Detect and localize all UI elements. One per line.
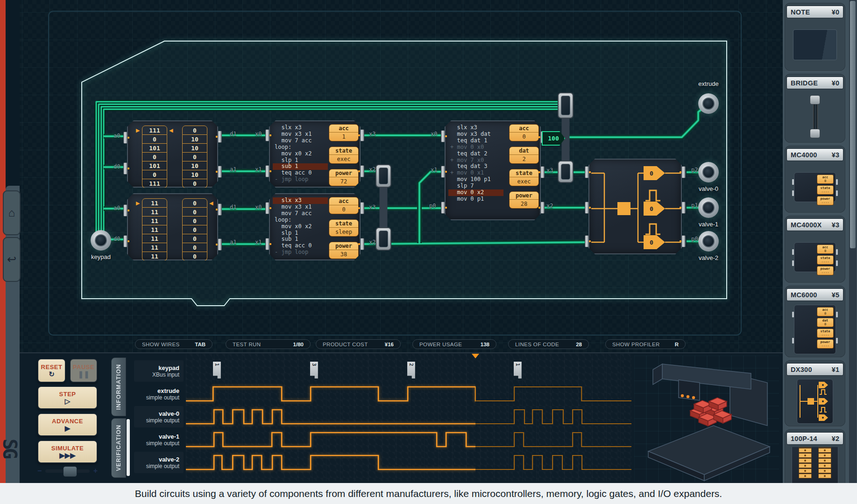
step-button[interactable]: STEP▷ [37,386,98,409]
iop-dot [824,460,826,462]
mini-pin [792,190,794,196]
ram-component[interactable]: 111111111111110000000▶◀ [127,193,218,260]
signal-label-keypad: keypadXBus input [134,360,184,382]
chip-label: SHOW WIRES [142,342,180,347]
toolbar-chip-show-profiler[interactable]: SHOW PROFILERR [605,339,686,349]
tab-verification[interactable]: VERIFICATION [111,418,126,478]
toolbar-chip-lines-of-code[interactable]: LINES OF CODE28 [508,339,589,349]
palette-item-100p-14[interactable]: 100P-14¥2 [785,429,845,483]
toolbar-chip-test-run[interactable]: TEST RUN1/80 [226,339,311,349]
flag-value: 1 [214,363,220,366]
pause-button[interactable]: PAUSE❚❚ [70,358,98,383]
input-terminal-keypad [91,230,111,251]
dx300-pin [681,166,686,178]
signal-name: valve-2 [159,456,179,463]
palette-item-mc6000[interactable]: MC6000¥5acc0dat0state----power---- [785,286,845,357]
output-terminal-valve-0-label: valve-0 [699,185,718,192]
signal-label-valve-0: valve-0simple output [134,406,184,427]
palette-item-dx300[interactable]: DX300¥1 [785,360,845,427]
mc4000-component[interactable]: slx x3 mov x3 x1 mov 7 accloop: mov x0 x… [269,193,361,260]
dx300-pin [681,235,686,247]
slider-plus[interactable]: + [93,467,98,475]
status-value: exec [329,155,358,163]
ram-cell: 0 [182,234,207,243]
signal-type: simple output [146,417,179,424]
wire-pin-label: d0 [113,163,120,170]
slider-minus[interactable]: − [37,467,42,475]
wire-pin-label: a1 [230,239,236,245]
mini-pin [792,312,794,317]
mini-pin [792,338,794,343]
flag-value: 2 [408,363,414,366]
toolbar-chip-power-usage[interactable]: POWER USAGE138 [412,339,496,349]
status-label: acc [510,125,538,133]
status-label: state [329,220,358,228]
speed-slider[interactable]: −+ [37,467,98,475]
undo-button[interactable]: ↩ [3,237,21,282]
toolbar-chip-show-wires[interactable]: SHOW WIRESTAB [135,339,212,349]
home-button[interactable]: ⌂ [3,190,21,235]
palette-item-price: ¥0 [832,8,839,16]
palette-item-header: MC4000¥3 [786,148,843,161]
bridge-component[interactable] [558,161,574,183]
code-line: sub 1 [273,236,328,243]
reset-button-icon: ↻ [49,371,55,378]
code-line: + mov 0 x1 [448,170,503,176]
dx300-pin [681,202,686,214]
wire-pin-label: x2 [369,166,375,173]
palette-item-header: DX300¥1 [786,363,843,376]
palette-item-mc4000x[interactable]: MC4000X¥3acc0state----power---- [785,216,845,283]
status-box-state: stateexec [329,147,359,164]
code-line: + mov 7 x0 [448,157,503,164]
mc4000-component[interactable]: slx x3 mov x3 x1 mov 7 accloop: mov x0 x… [269,120,361,188]
dx300-component[interactable]: 000 [588,159,682,254]
signal-type: XBus input [152,371,179,378]
wire-pin-label: a1 [230,166,236,173]
ram-component[interactable]: 11101010101011101010010100▶◀ [127,120,218,188]
ram-cell: 10 [182,144,207,153]
home-icon: ⌂ [8,206,15,219]
mc6000-pin [540,166,545,178]
palette-item-note[interactable]: NOTE¥0 [785,3,845,71]
output-terminal-valve-1 [698,197,719,218]
code-line: slp 1 [273,230,328,237]
status-value: 72 [329,177,358,186]
status-label: acc [329,125,358,133]
advance-button[interactable]: ADVANCE▶ [37,413,98,436]
palette-scrollbar[interactable] [849,0,857,483]
reset-button[interactable]: RESET↻ [37,358,66,383]
slider-knob[interactable] [63,466,77,477]
toolbar-chip-product-cost[interactable]: PRODUCT COST¥16 [316,339,401,349]
bridge-component[interactable] [375,164,391,188]
dx300-pin [585,235,589,247]
status-box-acc: acc0 [509,124,539,141]
tab-information[interactable]: INFORMATION [111,357,126,416]
mini-chip-icon: acc0state----power---- [794,172,836,202]
iop-cell [799,469,812,473]
palette-scrollbar-thumb[interactable] [850,1,856,248]
code-line: mov 7 acc [273,210,328,217]
mini-status-box: power---- [817,266,834,275]
bridge-component[interactable] [375,227,391,251]
wire-pin-label: x1 [431,167,437,173]
mc6000-component[interactable]: slx x3 mov x3 dat teq dat 1+ mov 0 x0 te… [445,120,541,220]
iop-dot [804,470,806,472]
wire-pin-label: x2 [546,203,553,209]
bridge-component[interactable] [558,92,574,119]
signal-type: simple output [146,394,179,401]
wire-pin-label: d0 [113,236,120,242]
palette-item-bridge[interactable]: BRIDGE¥0 [785,74,845,143]
timeline-position-marker[interactable] [472,354,479,358]
status-value: 38 [329,250,358,259]
palette-item-mc4000[interactable]: MC4000¥3acc0state----power---- [785,146,845,213]
ram-cell: 11 [142,243,167,252]
iop-dot [804,465,806,467]
mc6000-pin [441,202,445,214]
mc6000-pin [540,202,545,214]
wire-pin-label: x3 [369,204,375,210]
signal-name: extrude [157,387,179,394]
slider-track[interactable] [45,469,89,473]
svg-text:0: 0 [650,239,653,246]
simulate-button[interactable]: SIMULATE▶▶▶ [37,440,98,463]
code-line: teq acc 0 [273,243,328,249]
